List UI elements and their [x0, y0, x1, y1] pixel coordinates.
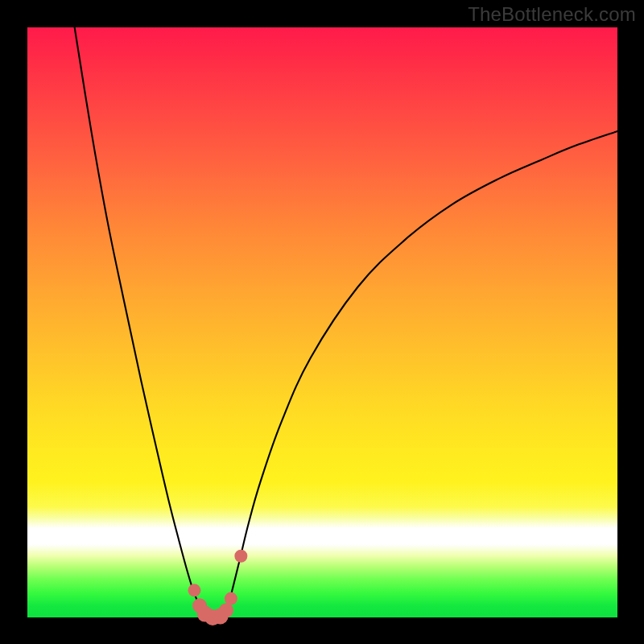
plot-area [27, 27, 617, 617]
chart-frame: TheBottleneck.com [0, 0, 644, 644]
curve-right-branch [225, 131, 617, 617]
valley-marker [225, 592, 237, 605]
curves-svg [27, 27, 617, 617]
valley-marker [188, 584, 200, 597]
valley-marker [234, 550, 247, 563]
valley-marker [219, 603, 233, 617]
valley-markers-group [188, 550, 247, 625]
watermark-text: TheBottleneck.com [468, 3, 636, 26]
curve-left-branch [75, 27, 207, 617]
